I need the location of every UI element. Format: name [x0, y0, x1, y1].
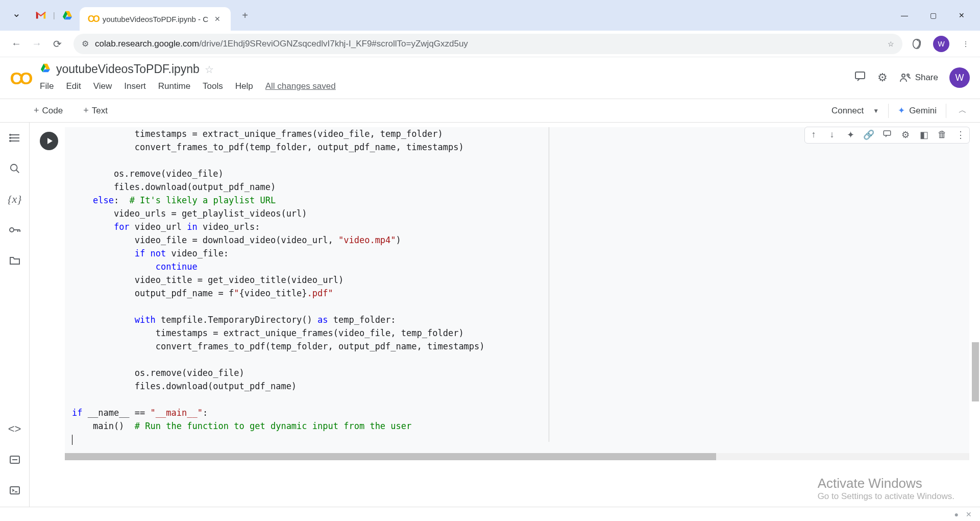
svg-line-10 [16, 170, 19, 173]
svg-point-9 [10, 164, 17, 171]
link-icon[interactable]: 🔗 [863, 129, 874, 141]
nav-forward: → [27, 34, 47, 54]
colab-header: CO youtubeVideosToPDF.ipynb ☆ File Edit … [0, 57, 980, 99]
browser-tab-strip: | CO youtubeVideosToPDF.ipynb - C ✕ + ― … [0, 0, 980, 31]
connect-dropdown-icon[interactable]: ▼ [873, 107, 879, 114]
svg-rect-19 [884, 131, 891, 135]
drive-tab-icon[interactable] [60, 8, 75, 22]
variables-icon[interactable]: {x} [7, 191, 23, 207]
nav-back[interactable]: ← [6, 34, 27, 54]
move-down-icon[interactable]: ↓ [826, 129, 838, 141]
site-info-icon[interactable]: ⚙ [82, 39, 89, 49]
vertical-scrollbar[interactable] [972, 342, 979, 401]
horizontal-scrollbar[interactable] [65, 453, 969, 460]
cell-more-icon[interactable]: ⋮ [955, 129, 966, 141]
comment-icon[interactable] [881, 129, 893, 141]
svg-rect-0 [855, 72, 865, 79]
window-maximize[interactable]: ▢ [919, 5, 947, 26]
tab-close-button[interactable]: ✕ [212, 14, 223, 24]
colab-toolbar: +Code +Text Connect ▼ ✦Gemini ︿ [0, 99, 980, 123]
save-status[interactable]: All changes saved [265, 81, 336, 91]
active-tab-title: youtubeVideosToPDF.ipynb - C [103, 15, 208, 23]
cell-gemini-icon[interactable]: ✦ [845, 129, 856, 141]
colab-avatar[interactable]: W [949, 67, 970, 88]
move-up-icon[interactable]: ↑ [808, 129, 819, 141]
window-close[interactable]: ✕ [947, 5, 976, 26]
extensions-leaf-icon[interactable] [909, 36, 925, 52]
runtime-status-dot: ● [954, 510, 959, 518]
code-ruler [549, 127, 549, 442]
drive-icon [40, 63, 51, 76]
window-controls: ― ▢ ✕ [890, 5, 976, 26]
address-bar: ← → ⟳ ⚙ colab.research.google.com/drive/… [0, 31, 980, 57]
colab-favicon: CO [88, 14, 99, 25]
chrome-menu-icon[interactable]: ⋮ [958, 36, 974, 52]
menu-view[interactable]: View [93, 81, 112, 91]
settings-gear-icon[interactable]: ⚙ [877, 71, 888, 84]
new-tab-button[interactable]: + [236, 6, 254, 25]
active-tab[interactable]: CO youtubeVideosToPDF.ipynb - C ✕ [80, 7, 231, 31]
svg-point-6 [10, 134, 11, 135]
url-text: colab.research.google.com/drive/1Ehdj9SR… [95, 39, 468, 49]
delete-cell-icon[interactable]: 🗑 [937, 129, 948, 141]
star-icon[interactable]: ☆ [205, 63, 214, 76]
nav-reload[interactable]: ⟳ [47, 34, 67, 54]
terminal-icon[interactable] [7, 482, 23, 499]
share-label: Share [915, 73, 938, 83]
collapse-toolbar-icon[interactable]: ︿ [955, 105, 970, 116]
menu-file[interactable]: File [40, 81, 54, 91]
add-text-button[interactable]: +Text [79, 103, 112, 118]
bookmark-star-icon[interactable]: ☆ [888, 40, 894, 48]
chrome-profile-avatar[interactable]: W [933, 36, 949, 52]
status-close-icon[interactable]: ✕ [966, 510, 972, 518]
window-minimize[interactable]: ― [890, 5, 919, 26]
run-cell-button[interactable] [40, 132, 58, 150]
left-rail: {x} <> [0, 123, 30, 507]
colab-logo[interactable]: CO [7, 65, 33, 91]
code-editor[interactable]: timestamps = extract_unique_frames(video… [65, 127, 969, 451]
code-snippets-icon[interactable]: <> [7, 421, 23, 437]
menu-insert[interactable]: Insert [124, 81, 146, 91]
comments-icon[interactable] [854, 70, 866, 85]
menu-runtime[interactable]: Runtime [158, 81, 190, 91]
tab-search-dropdown[interactable] [8, 7, 24, 23]
search-icon[interactable] [7, 160, 23, 177]
cell-toolbar: ↑ ↓ ✦ 🔗 ⚙ ◧ 🗑 ⋮ [804, 127, 970, 144]
gmail-tab-icon[interactable] [34, 8, 48, 22]
menu-bar: File Edit View Insert Runtime Tools Help… [40, 81, 854, 91]
svg-point-8 [10, 140, 11, 141]
code-cell[interactable]: timestamps = extract_unique_frames(video… [64, 127, 970, 461]
menu-edit[interactable]: Edit [66, 81, 81, 91]
menu-tools[interactable]: Tools [203, 81, 223, 91]
status-bar: ● ✕ [0, 507, 980, 521]
notebook-name[interactable]: youtubeVideosToPDF.ipynb [56, 62, 200, 76]
menu-help[interactable]: Help [235, 81, 253, 91]
gemini-button[interactable]: ✦Gemini [898, 105, 937, 116]
share-button[interactable]: Share [899, 73, 938, 83]
svg-rect-17 [10, 487, 19, 494]
main-layout: {x} <> ↑ ↓ ✦ 🔗 [0, 123, 980, 507]
mirror-cell-icon[interactable]: ◧ [918, 129, 929, 141]
connect-button[interactable]: Connect [827, 104, 868, 118]
code-cell-wrap: ↑ ↓ ✦ 🔗 ⚙ ◧ 🗑 ⋮ timestamps = extract_uni… [36, 127, 970, 461]
svg-point-11 [10, 228, 14, 232]
add-code-button[interactable]: +Code [30, 103, 67, 118]
svg-point-7 [10, 137, 11, 138]
cell-settings-icon[interactable]: ⚙ [900, 129, 911, 141]
secrets-key-icon[interactable] [7, 222, 23, 238]
url-field[interactable]: ⚙ colab.research.google.com/drive/1Ehdj9… [74, 34, 902, 54]
toc-icon[interactable] [7, 130, 23, 146]
files-folder-icon[interactable] [7, 252, 23, 269]
svg-point-1 [902, 74, 905, 77]
svg-point-2 [907, 74, 909, 76]
notebook-area: ↑ ↓ ✦ 🔗 ⚙ ◧ 🗑 ⋮ timestamps = extract_uni… [30, 123, 980, 507]
command-palette-icon[interactable] [7, 452, 23, 468]
